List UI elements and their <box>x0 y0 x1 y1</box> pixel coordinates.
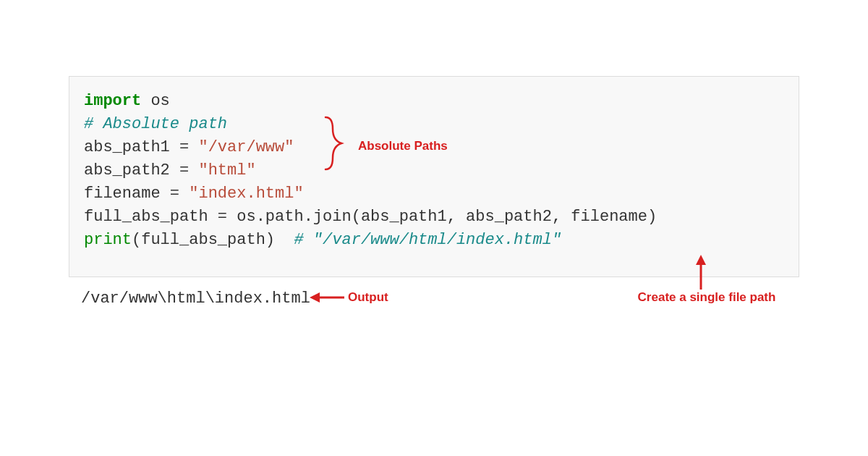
str-index-html: "index.html" <box>179 185 304 203</box>
op-equals: = <box>179 161 189 180</box>
code-line-full-abs-path: full_abs_path = os.path.join(abs_path1, … <box>84 206 784 229</box>
output-text: /var/www\html\index.html <box>81 290 310 308</box>
str-var-www: "/var/www" <box>189 138 294 156</box>
code-line-print: print(full_abs_path) # "/var/www/html/in… <box>84 229 784 252</box>
op-equals: = <box>179 138 189 156</box>
paren-open: ( <box>132 231 141 249</box>
code-block: import os # Absolute path abs_path1 = "/… <box>69 76 799 277</box>
str-html: "html" <box>189 161 255 180</box>
code-line-comment: # Absolute path <box>84 113 784 136</box>
annotation-output: Output <box>348 290 388 305</box>
annotation-single-file-path: Create a single file path <box>631 290 783 305</box>
comment-absolute-path: # Absolute path <box>84 115 227 133</box>
paren-close: ) <box>265 231 294 249</box>
op-equals: = <box>170 185 179 203</box>
comment-output-path: # "/var/www/html/index.html" <box>294 231 561 249</box>
module-os: os <box>141 92 170 110</box>
op-equals: = <box>218 208 227 226</box>
code-line-abs-path2: abs_path2 = "html" <box>84 159 784 182</box>
code-line-filename: filename = "index.html" <box>84 182 784 206</box>
svg-marker-3 <box>310 292 320 303</box>
annotation-absolute-paths: Absolute Paths <box>358 139 448 153</box>
var-full-abs-path: full_abs_path <box>84 208 218 226</box>
var-abs-path1: abs_path1 <box>84 138 179 156</box>
arrow-left-icon <box>310 290 346 305</box>
code-line-import: import os <box>84 90 784 113</box>
fn-os-path-join: os.path.join(abs_path1, abs_path2, filen… <box>227 208 657 226</box>
arg-full-abs-path: full_abs_path <box>141 231 265 249</box>
var-abs-path2: abs_path2 <box>84 161 179 180</box>
keyword-import: import <box>84 92 141 110</box>
fn-print: print <box>84 231 132 249</box>
var-filename: filename <box>84 185 170 203</box>
